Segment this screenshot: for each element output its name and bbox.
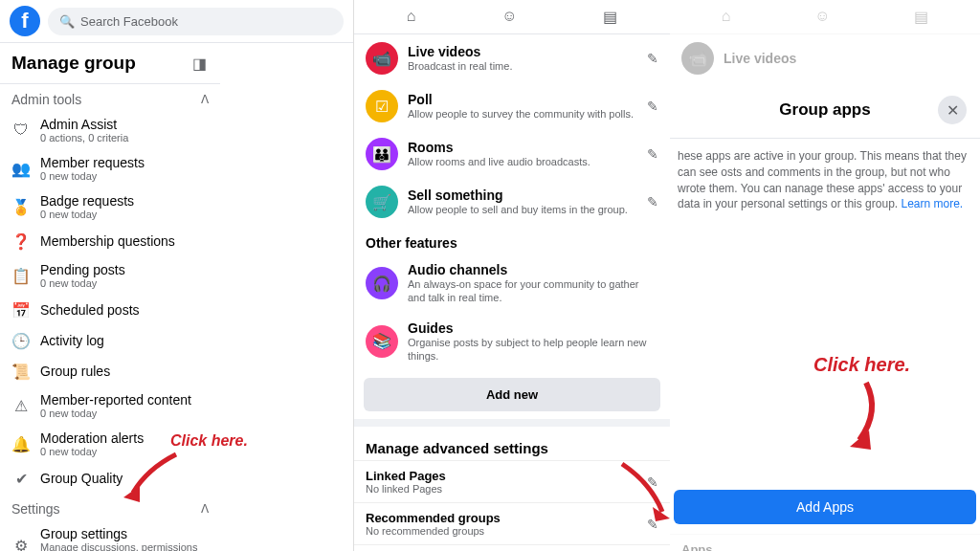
feature-row: ☑PollAllow people to survey the communit… [354,82,670,130]
feature-row: 📚GuidesOrganise posts by subject to help… [354,313,670,371]
other-features-list: 🎧Audio channelsAn always-on space for yo… [354,254,670,370]
feature-row: 🛒Sell somethingAllow people to sell and … [354,178,670,226]
add-apps-button[interactable]: Add Apps [674,490,976,524]
feature-row: 📹Live videosBroadcast in real time.✎ [354,34,670,82]
group-preview-underlay: 🐝 ML Social Try f Free 14- SocialB 🔒 Pri… [220,42,354,482]
tab-discussion[interactable]: Di [279,362,291,384]
sidebar-item[interactable]: 👥Member requests0 new today [0,149,220,187]
section-label: Admin tools [11,92,81,107]
advanced-row-apps: AppsNo apps✎ [354,544,670,551]
edit-icon[interactable]: ✎ [647,194,658,209]
facebook-logo-icon[interactable]: f [10,6,40,36]
manage-title: Manage group [11,53,136,74]
settings-section[interactable]: Settings ᐱ [0,494,220,520]
edit-icon[interactable]: ✎ [647,51,658,66]
other-features-title: Other features [354,226,670,254]
top-bar: f 🔍 Search Facebook [0,0,353,43]
sidebar-item[interactable]: 🏅Badge requests0 new today [0,187,220,226]
svg-marker-2 [850,430,871,450]
arrow-icon-3 [833,378,900,454]
svg-marker-0 [123,486,140,502]
manage-group-header: Manage group ◨ [0,43,220,84]
annotation-click-2: Click here. [813,354,910,376]
sidebar-item[interactable]: 📅Scheduled posts [0,295,220,325]
sidebar-item[interactable]: ⚠Member-reported content0 new today [0,386,220,425]
sidebar-item[interactable]: ✔Group Quality [0,463,220,494]
modal-description: hese apps are active in your group. This… [670,139,980,222]
arrow-icon-2 [612,459,679,526]
add-new-button[interactable]: Add new [364,378,660,411]
sidebar-item-group-settings[interactable]: ⚙Group settingsManage discussions, permi… [0,520,220,551]
feature-row: 👪RoomsAllow rooms and live audio broadca… [354,130,670,178]
sidebar-item[interactable]: 🛡Admin Assist0 actions, 0 criteria [0,111,220,149]
feature-row: 🎧Audio channelsAn always-on space for yo… [354,254,670,313]
edit-icon[interactable]: ✎ [647,146,658,162]
banner-title-2: L [235,176,257,216]
sidebar-item[interactable]: 🕒Activity log [0,325,220,356]
learn-more-link[interactable]: Learn more. [901,197,963,210]
arrow-icon-1 [119,450,186,507]
bee-logo-icon: 🐝 [235,90,278,132]
sidebar-item[interactable]: ❓Membership questions [0,226,220,256]
banner-title-1: M [235,140,266,180]
panel-group-apps-modal: ⌂☺▤ 📹 Live videos Group apps ✕ hese apps… [670,0,980,551]
sidebar-scroll: Manage group ◨ Admin tools ᐱ 🛡Admin Assi… [0,43,220,551]
sidebar-item[interactable]: 📋Pending posts0 new today [0,256,220,295]
apps-row-dimmed: AppsNo apps [670,534,980,551]
cover-banner: 🐝 ML Social Try f Free 14- [220,42,354,300]
banner-tagline: Social [235,222,354,236]
modal-title: Group apps [712,100,938,120]
panel-toggle-icon[interactable]: ◨ [189,54,209,73]
free-trial-text: Free 14- [235,282,354,293]
section-label: Settings [11,501,60,517]
settings-items-list: ⚙Group settingsManage discussions, permi… [0,520,220,551]
edit-icon[interactable]: ✎ [647,99,658,114]
search-input[interactable]: 🔍 Search Facebook [48,8,344,35]
background-dimmed: ⌂☺▤ 📹 Live videos [670,0,980,82]
sidebar-item[interactable]: 📜Group rules [0,356,220,386]
page-icon[interactable]: ▤ [603,8,617,26]
advanced-settings-title: Manage advanced settings [354,430,670,460]
tab-about[interactable]: About [234,362,266,384]
privacy-label: 🔒 Private group [220,336,354,348]
try-button[interactable]: Try f [235,250,289,278]
write-post-box[interactable]: Writ [234,397,354,434]
close-icon[interactable]: ✕ [938,96,967,124]
search-icon: 🔍 [59,14,75,29]
groups-icon[interactable]: ☺ [501,8,517,26]
search-placeholder: Search Facebook [80,14,178,29]
admin-tools-section[interactable]: Admin tools ᐱ [0,84,220,111]
group-name: SocialB [220,300,354,336]
modal-header: Group apps ✕ [670,82,980,139]
top-nav-icons: ⌂ ☺ ▤ [354,0,670,34]
annotation-click-1: Click here. [170,432,248,450]
chevron-up-icon: ᐱ [201,93,209,106]
chevron-up-icon: ᐱ [201,502,209,516]
features-list: 📹Live videosBroadcast in real time.✎☑Pol… [354,34,670,226]
home-icon[interactable]: ⌂ [407,8,416,26]
group-tabs: About Di [220,348,354,384]
